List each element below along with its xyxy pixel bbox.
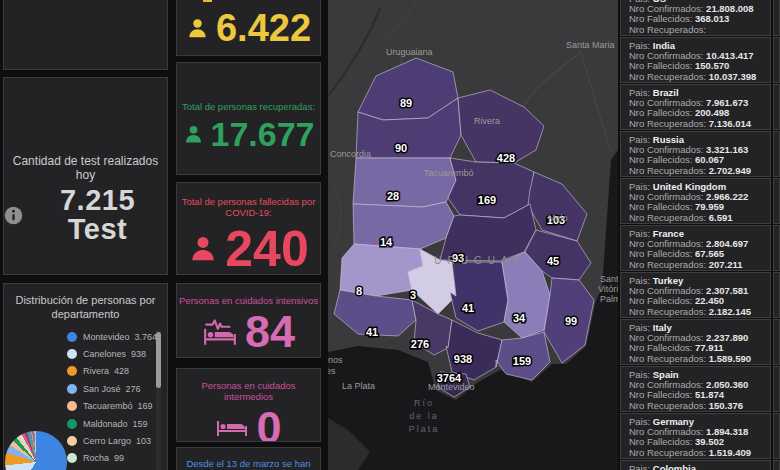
tests-value: 7.215 Test [28,186,167,244]
legend-color-dot [67,349,77,359]
legend-item-maldonado: Maldonado159 [67,415,157,432]
legend-scrollbar[interactable] [156,330,161,470]
legend-name: Rivera [83,366,109,376]
recovered-value: 17.677 [211,117,315,151]
recovered-row: Nro Recuperados: 2.702.949 [629,166,762,176]
city-label-uruguaiana: Uruguaiana [386,47,433,57]
country-name-row: Pais: Colombia [629,464,762,470]
department-r-o-negro[interactable] [353,202,454,249]
department-count-maldonado: 159 [513,355,531,367]
road-line [524,52,581,107]
legend-value: 938 [131,349,146,359]
country-card-spain: Pais: SpainNro Confirmados: 2.050.360Nro… [620,366,771,412]
legend-name: Montevideo [83,332,130,342]
empty-panel [3,0,168,70]
uruguay-choropleth-map[interactable]: 8990428281691031493458341349941276938159… [328,0,618,470]
recovered-panel: Total de personas recuperadas: 17.677 [176,62,321,175]
department-count-r-o-negro: 14 [380,236,393,248]
legend-item-san-jos-: San José276 [67,380,157,397]
active-cases-panel: 6.422 [176,0,321,56]
department-count-colonia: 41 [366,326,378,338]
country-card-brazil: Pais: BrazilNro Confirmados: 7.961.673Nr… [620,84,771,130]
department-count-canelones: 938 [454,353,472,365]
country-card-france: Pais: FranceNro Confirmados: 2.804.697Nr… [620,225,771,271]
icu-value: 84 [245,309,295,354]
recovered-row: Nro Recuperados: 7.136.014 [629,119,762,129]
department-florida[interactable] [450,262,508,331]
legend-value: 99 [114,453,124,463]
department-count-rocha: 99 [565,315,577,327]
tests-panel: Cantidad de test realizados hoy 7.215 Te… [3,77,168,275]
water-label: de la [409,411,439,421]
legend-name: Rocha [83,453,109,463]
legend-color-dot [67,453,77,463]
recovered-row: Nro Recuperados: 1.589.590 [629,354,762,364]
clipped-card-edge [773,0,780,36]
scrollbar-thumb[interactable] [156,332,161,388]
recovered-row: Nro Recuperados: 150.376 [629,401,762,411]
country-card-united-kingdom: Pais: United KingdomNro Confirmados: 2.9… [620,178,771,224]
department-legend: Montevideo3.764Canelones938Rivera428San … [67,328,157,470]
clipped-card-edge [773,225,780,271]
recovered-row: Nro Recuperados: 6.591 [629,213,762,223]
city-label-tacuaremb-: Tacuarembó [424,168,474,178]
department-count-salto: 90 [395,142,407,154]
department-count-artigas: 89 [400,97,412,109]
legend-color-dot [67,332,77,342]
legend-item-cerro-largo: Cerro Largo103 [67,432,157,449]
city-label-santa-maria: Santa Maria [566,40,615,50]
since-label: Desde el 13 de marzo se han confirmado [177,458,320,470]
city-label-concordia: Concordia [330,149,371,159]
legend-color-dot [67,436,77,446]
legend-color-dot [67,401,77,411]
recovered-row: Nro Recuperados: [629,25,762,35]
water-label: Río [414,398,434,408]
covid-dashboard: { "left": { "tests": { "label": "Cantida… [0,0,780,470]
info-icon [4,206,23,225]
country-name-label: URUGUAY [434,255,525,266]
city-label-buenos: Buenos [328,355,343,365]
legend-name: Canelones [83,349,126,359]
legend-color-dot [67,384,77,394]
city-label-palmar: Palmar [600,294,618,304]
country-card-us: Pais: USNro Confirmados: 21.808.008Nro F… [620,0,771,36]
department-count-soriano: 8 [356,285,362,297]
legend-color-dot [67,419,77,429]
clipped-card-edge [773,366,780,412]
department-count-flores: 3 [410,289,416,301]
legend-item-montevideo: Montevideo3.764 [67,328,157,345]
city-label-melo: Melo [548,213,568,223]
legend-value: 103 [136,436,151,446]
clipped-card-edge [773,319,780,365]
city-label-aires: Aires [328,366,336,376]
department-count-florida: 41 [462,302,474,314]
country-card-turkey: Pais: TurkeyNro Confirmados: 2.307.581Nr… [620,272,771,318]
person-icon [183,124,204,145]
deaths-label: Total de personas fallecidas por COVID-1… [177,196,320,218]
city-label-santa: Santa [600,274,618,284]
confirmed-since-march-panel: Desde el 13 de marzo se han confirmado 2… [176,447,321,470]
recovered-row: Nro Recuperados: 1.519.409 [629,448,762,458]
country-list-clipped-column [773,0,780,470]
icu-panel: Personas en cuidados intensivos 84 [176,283,321,358]
recovered-row: Nro Recuperados: 10.037.398 [629,72,762,82]
road-line [328,178,341,252]
deaths-value: 240 [225,224,308,274]
country-card-india: Pais: IndiaNro Confirmados: 10.413.417Nr… [620,37,771,83]
legend-item-rocha: Rocha99 [67,450,157,467]
active-cases-value: 6.422 [216,9,311,47]
legend-value: 3.764 [135,332,158,342]
department-count-paysand-: 28 [387,190,399,202]
intermediate-value: 0 [256,405,281,442]
clipped-card-edge [773,460,780,470]
legend-name: Tacuarembó [83,401,133,411]
department-count-san-jos-: 276 [411,338,429,350]
legend-value: 276 [126,384,141,394]
clipped-card-edge [773,37,780,83]
country-stats-list[interactable]: Pais: USNro Confirmados: 21.808.008Nro F… [620,0,771,470]
legend-item-rivera: Rivera428 [67,363,157,380]
legend-name: Maldonado [83,419,128,429]
intermediate-care-panel: Personas en cuidados intermedios 0 [176,368,321,442]
country-card-germany: Pais: GermanyNro Confirmados: 1.894.318N… [620,413,771,459]
department-paysand-[interactable] [353,158,456,207]
